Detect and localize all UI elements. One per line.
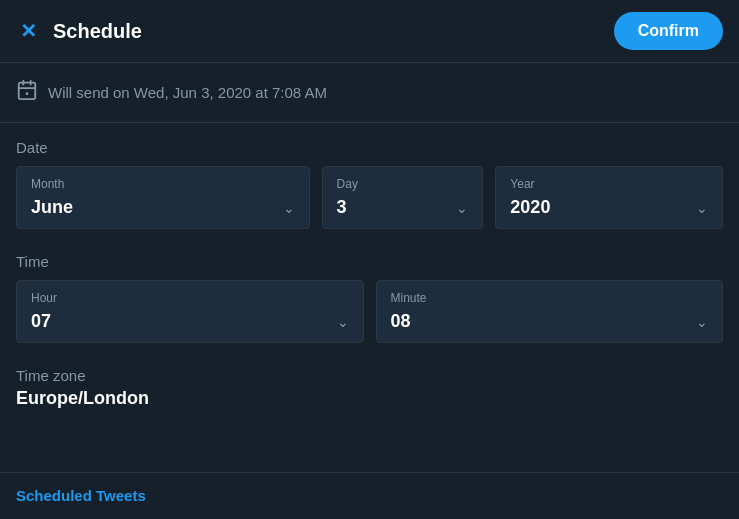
- footer: Scheduled Tweets: [0, 472, 739, 519]
- hour-dropdown[interactable]: Hour 07 ⌄: [16, 280, 364, 343]
- schedule-info-text: Will send on Wed, Jun 3, 2020 at 7:08 AM: [48, 84, 327, 101]
- hour-value-row: 07 ⌄: [31, 311, 349, 332]
- close-button[interactable]: ✕: [16, 17, 41, 45]
- header-left: ✕ Schedule: [16, 17, 142, 45]
- svg-rect-0: [19, 83, 36, 100]
- month-label: Month: [31, 177, 295, 191]
- month-dropdown[interactable]: Month June ⌄: [16, 166, 310, 229]
- scheduled-tweets-link[interactable]: Scheduled Tweets: [16, 487, 146, 504]
- page-title: Schedule: [53, 20, 142, 43]
- svg-point-4: [26, 92, 29, 95]
- day-label: Day: [337, 177, 469, 191]
- schedule-info-row: Will send on Wed, Jun 3, 2020 at 7:08 AM: [0, 63, 739, 123]
- calendar-icon: [16, 79, 38, 106]
- timezone-label: Time zone: [16, 367, 723, 384]
- month-value: June: [31, 197, 73, 218]
- minute-value: 08: [391, 311, 411, 332]
- chevron-down-icon: ⌄: [283, 200, 295, 216]
- date-row: Month June ⌄ Day 3 ⌄ Year 2020 ⌄: [16, 166, 723, 229]
- month-value-row: June ⌄: [31, 197, 295, 218]
- time-row: Hour 07 ⌄ Minute 08 ⌄: [16, 280, 723, 343]
- chevron-down-icon: ⌄: [696, 314, 708, 330]
- confirm-button[interactable]: Confirm: [614, 12, 723, 50]
- time-label: Time: [16, 253, 723, 270]
- hour-value: 07: [31, 311, 51, 332]
- time-section: Time Hour 07 ⌄ Minute 08 ⌄: [16, 253, 723, 343]
- date-section: Date Month June ⌄ Day 3 ⌄ Year: [16, 139, 723, 229]
- header: ✕ Schedule Confirm: [0, 0, 739, 63]
- day-value-row: 3 ⌄: [337, 197, 469, 218]
- minute-dropdown[interactable]: Minute 08 ⌄: [376, 280, 724, 343]
- minute-value-row: 08 ⌄: [391, 311, 709, 332]
- day-value: 3: [337, 197, 347, 218]
- day-dropdown[interactable]: Day 3 ⌄: [322, 166, 484, 229]
- year-dropdown[interactable]: Year 2020 ⌄: [495, 166, 723, 229]
- timezone-section: Time zone Europe/London: [16, 367, 723, 409]
- date-label: Date: [16, 139, 723, 156]
- year-value: 2020: [510, 197, 550, 218]
- main-content: Date Month June ⌄ Day 3 ⌄ Year: [0, 123, 739, 441]
- year-label: Year: [510, 177, 708, 191]
- chevron-down-icon: ⌄: [456, 200, 468, 216]
- chevron-down-icon: ⌄: [696, 200, 708, 216]
- year-value-row: 2020 ⌄: [510, 197, 708, 218]
- timezone-value: Europe/London: [16, 388, 723, 409]
- hour-label: Hour: [31, 291, 349, 305]
- minute-label: Minute: [391, 291, 709, 305]
- chevron-down-icon: ⌄: [337, 314, 349, 330]
